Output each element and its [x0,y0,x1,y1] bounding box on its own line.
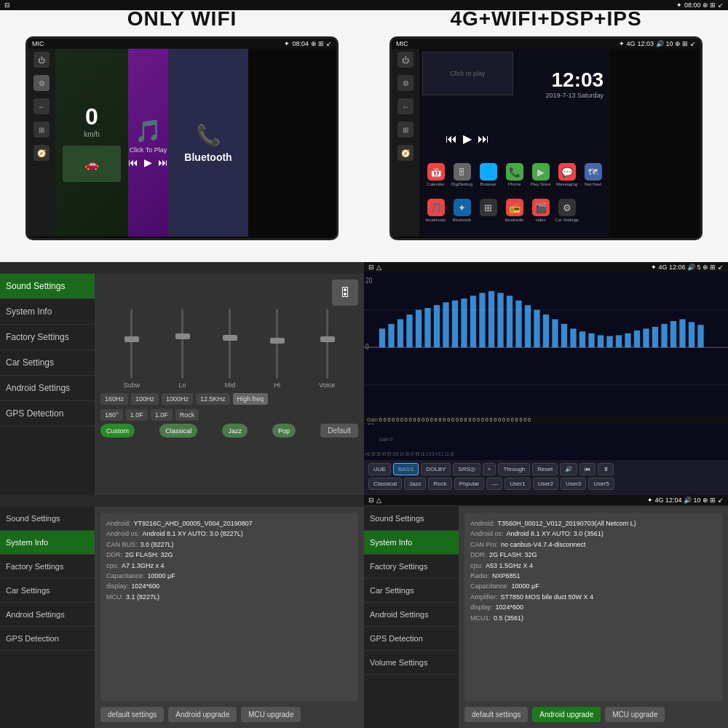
eq-btn-user3[interactable]: User3 [561,478,586,490]
fourG-play-icon[interactable]: ▶ [463,132,472,146]
lo-track[interactable] [181,309,183,379]
app-netnavi[interactable]: 🗺 Net Navi [581,163,605,197]
bot-nav-car[interactable]: Car Settings [0,579,95,603]
bot-nav-sysinfo[interactable]: System Info [0,531,95,555]
bot-right-nav-factory[interactable]: Factory Settings [364,555,459,579]
r-btn-mcu-upgrade[interactable]: MCU upgrade [605,707,665,722]
power-icon[interactable]: ⏻ [33,52,50,68]
fourG-nav-icon[interactable]: 🧭 [397,145,414,161]
freq-160hz[interactable]: 160Hz [100,393,128,405]
eq-btn-plus[interactable]: + [483,463,496,475]
click-play-label[interactable]: Click To Play [130,146,167,154]
fourG-power-icon[interactable]: ⏻ [397,52,414,68]
app-messaging[interactable]: 💬 Messaging [555,163,579,197]
eq-btn-jazz[interactable]: Jazz [404,478,426,490]
eq-toggle-btn[interactable]: 🎛 [332,280,358,306]
app-browser[interactable]: 🌐 Browser [476,163,500,197]
eq-btn-popular[interactable]: Popular [454,478,485,490]
app-localmusic[interactable]: 🎵 localmusic [424,199,448,232]
nav-icon[interactable]: 🧭 [33,145,50,161]
bot-nav-sound[interactable]: Sound Settings [0,507,95,531]
mid-track[interactable] [229,309,231,379]
lo-thumb[interactable] [175,333,190,339]
bot-right-nav-sound[interactable]: Sound Settings [364,507,459,531]
app-carsettings[interactable]: ⚙ Car Settings [555,199,579,232]
preset-custom[interactable]: Custom [100,424,135,438]
btn-mcu-upgrade[interactable]: MCU upgrade [241,707,301,722]
param-rock[interactable]: Rock [175,409,199,421]
hi-thumb[interactable] [270,338,285,344]
mid-thumb[interactable] [223,335,237,341]
nav-sound-settings[interactable]: Sound Settings [0,274,95,299]
fourG-next-icon[interactable]: ⏭ [478,132,489,146]
eq-btn-user5[interactable]: User5 [588,478,614,490]
freq-1000hz[interactable]: 1000Hz [162,393,193,405]
app-playstore[interactable]: ▶ Play Store [529,163,553,197]
next-icon[interactable]: ⏭ [158,157,168,168]
btn-android-upgrade[interactable]: Android upgrade [168,707,237,722]
fourG-home-icon[interactable]: ⊞ [397,122,414,138]
bot-right-nav-gps[interactable]: GPS Detection [364,627,459,651]
preset-classical[interactable]: Classical [159,424,197,438]
prev-icon[interactable]: ⏮ [128,157,138,168]
app-localradio[interactable]: 📻 localradio [502,199,526,232]
eq-btn-classical[interactable]: Classical [368,478,402,490]
eq-btn-minus[interactable]: — [486,478,502,490]
play-icon[interactable]: ▶ [144,157,152,168]
nav-car-settings[interactable]: Car Settings [0,350,95,376]
eq-btn-reset[interactable]: Reset [532,463,558,475]
back-icon[interactable]: ← [33,98,50,114]
fourG-prev-icon[interactable]: ⏮ [446,132,457,146]
btn-default-settings[interactable]: default settings [100,707,164,722]
freq-100hz[interactable]: 100Hz [131,393,159,405]
app-digisetting[interactable]: 🎚 DigiSetting [450,163,474,197]
app-video[interactable]: 🎬 video [529,199,553,232]
app-calendar[interactable]: 📅 Calendar [424,163,448,197]
eq-btn-bass[interactable]: BASS [393,463,419,475]
eq-btn-user2[interactable]: User2 [533,478,558,490]
freq-highfreq[interactable]: High freq [233,393,269,405]
eq-btn-user1[interactable]: User1 [505,478,530,490]
eq-btn-uue[interactable]: UUE [368,463,391,475]
nav-factory-settings[interactable]: Factory Settings [0,325,95,350]
voice-thumb[interactable] [320,336,335,342]
param-180[interactable]: 180° [100,409,123,421]
subw-thumb[interactable] [124,336,139,342]
nav-gps-detection[interactable]: GPS Detection [0,401,95,427]
eq-btn-prev[interactable]: ⏮ [579,463,596,475]
eq-btn-pause[interactable]: ⏸ [598,463,614,475]
freq-125khz[interactable]: 12.5KHz [196,393,230,405]
home-icon[interactable]: ⊞ [33,122,50,138]
bot-right-nav-android[interactable]: Android Settings [364,603,459,627]
eq-btn-vol-up[interactable]: 🔊 [560,463,577,475]
bot-right-nav-volume[interactable]: Volume Settings [364,651,459,675]
bot-nav-gps[interactable]: GPS Detection [0,627,95,651]
settings-icon[interactable]: ⚙ [33,75,50,91]
param-1f-2[interactable]: 1.0F [151,409,173,421]
hi-track[interactable] [276,309,278,379]
r-btn-android-upgrade[interactable]: Android upgrade [532,707,601,722]
default-button[interactable]: Default [320,424,358,438]
param-1f-1[interactable]: 1.0F [126,409,148,421]
nav-system-info[interactable]: System Info [0,299,95,325]
phone-icon[interactable]: 📞 [196,123,221,147]
bot-right-nav-car[interactable]: Car Settings [364,579,459,603]
eq-btn-rock[interactable]: Rock [428,478,451,490]
fourG-settings-icon[interactable]: ⚙ [397,75,414,91]
subw-track[interactable] [130,309,132,379]
bot-nav-android[interactable]: Android Settings [0,603,95,627]
bot-right-nav-sysinfo[interactable]: System Info [364,531,459,555]
eq-btn-through[interactable]: Through [498,463,530,475]
fourG-back-icon[interactable]: ← [397,98,414,114]
nav-android-settings[interactable]: Android Settings [0,376,95,401]
app-phone[interactable]: 📞 Phone [502,163,526,197]
eq-btn-dolby[interactable]: DOLBY [421,463,451,475]
app-apps[interactable]: ⊞ [476,199,500,232]
voice-track[interactable] [326,309,328,379]
app-bluetooth[interactable]: ✦ Bluetooth [450,199,474,232]
r-btn-default-settings[interactable]: default settings [464,707,528,722]
preset-jazz[interactable]: Jazz [222,424,248,438]
eq-btn-srs[interactable]: SRS◎ [453,463,480,475]
bot-nav-factory[interactable]: Factory Settings [0,555,95,579]
preset-pop[interactable]: Pop [272,424,296,438]
